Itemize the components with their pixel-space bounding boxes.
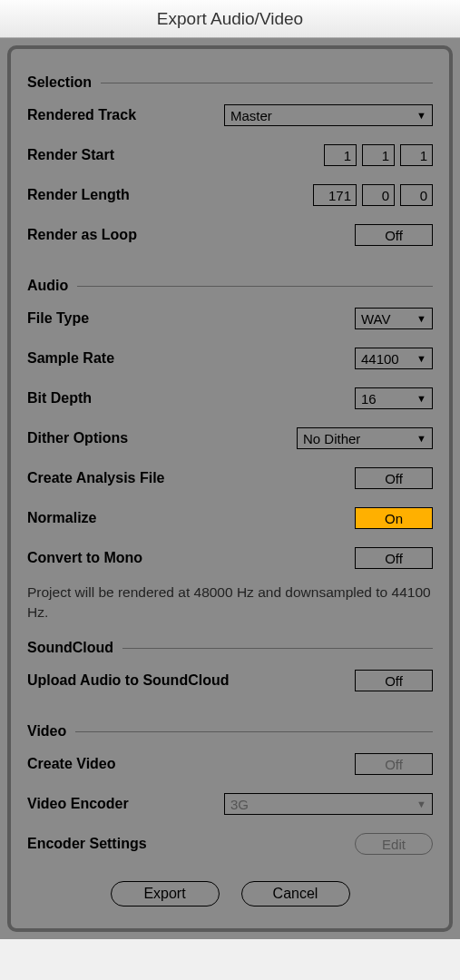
toggle-render-loop[interactable]: Off [355, 224, 433, 246]
section-title-selection: Selection [27, 74, 92, 91]
toggle-normalize[interactable]: On [355, 507, 433, 529]
row-mono: Convert to Mono Off [27, 546, 433, 570]
dropdown-bit-depth[interactable]: 16 ▼ [355, 387, 433, 409]
export-button[interactable]: Export [111, 881, 220, 906]
row-dither: Dither Options No Dither ▼ [27, 426, 433, 450]
dropdown-rendered-track-value: Master [230, 108, 411, 123]
dropdown-video-encoder-value: 3G [230, 797, 411, 812]
chevron-down-icon: ▼ [416, 353, 426, 364]
panel-outer: Selection Rendered Track Master ▼ Render… [0, 38, 460, 939]
divider [101, 83, 433, 83]
label-rendered-track: Rendered Track [27, 107, 136, 123]
section-title-video: Video [27, 723, 66, 740]
label-render-start: Render Start [27, 147, 114, 163]
row-bit-depth: Bit Depth 16 ▼ [27, 387, 433, 410]
chevron-down-icon: ▼ [416, 313, 426, 324]
dropdown-file-type[interactable]: WAV ▼ [355, 308, 433, 329]
dropdown-bit-depth-value: 16 [361, 391, 411, 407]
edit-encoder-button[interactable]: Edit [355, 833, 433, 855]
row-analysis-file: Create Analysis File Off [27, 466, 433, 490]
row-rendered-track: Rendered Track Master ▼ [27, 103, 433, 127]
chevron-down-icon: ▼ [416, 433, 426, 444]
label-analysis-file: Create Analysis File [27, 470, 164, 486]
row-render-start: Render Start 1 1 1 [27, 143, 433, 167]
label-upload-soundcloud: Upload Audio to SoundCloud [27, 672, 229, 689]
section-title-audio: Audio [27, 278, 68, 294]
dialog-footer: Export Cancel [27, 881, 433, 906]
section-header-selection: Selection [27, 74, 433, 91]
dialog-title: Export Audio/Video [157, 9, 303, 29]
label-dither: Dither Options [27, 430, 128, 446]
toggle-create-video[interactable]: Off [355, 753, 433, 775]
divider [75, 731, 433, 732]
toggle-analysis-file[interactable]: Off [355, 467, 433, 489]
section-header-video: Video [27, 723, 433, 740]
label-video-encoder: Video Encoder [27, 796, 129, 812]
divider [122, 648, 433, 649]
render-start-fields: 1 1 1 [324, 144, 433, 166]
audio-info-text: Project will be rendered at 48000 Hz and… [27, 583, 433, 622]
row-video-encoder: Video Encoder 3G ▼ [27, 792, 433, 816]
dropdown-rendered-track[interactable]: Master ▼ [224, 104, 433, 126]
label-render-length: Render Length [27, 187, 130, 203]
row-sample-rate: Sample Rate 44100 ▼ [27, 347, 433, 370]
render-start-beat[interactable]: 1 [362, 144, 395, 166]
section-header-audio: Audio [27, 278, 433, 294]
label-render-loop: Render as Loop [27, 227, 137, 243]
dropdown-dither-value: No Dither [303, 431, 411, 446]
dialog-titlebar: Export Audio/Video [0, 0, 460, 38]
chevron-down-icon: ▼ [416, 799, 426, 809]
dropdown-dither[interactable]: No Dither ▼ [297, 427, 433, 449]
render-length-sixteenth[interactable]: 0 [400, 184, 433, 206]
row-file-type: File Type WAV ▼ [27, 307, 433, 330]
toggle-mono[interactable]: Off [355, 547, 433, 569]
row-upload-soundcloud: Upload Audio to SoundCloud Off [27, 669, 433, 692]
label-sample-rate: Sample Rate [27, 350, 114, 367]
label-file-type: File Type [27, 310, 89, 327]
render-start-sixteenth[interactable]: 1 [400, 144, 433, 166]
row-render-length: Render Length 171 0 0 [27, 183, 433, 207]
label-normalize: Normalize [27, 510, 96, 526]
label-mono: Convert to Mono [27, 550, 142, 566]
dropdown-file-type-value: WAV [361, 311, 411, 327]
toggle-upload-soundcloud[interactable]: Off [355, 670, 433, 691]
row-normalize: Normalize On [27, 506, 433, 530]
dropdown-sample-rate[interactable]: 44100 ▼ [355, 348, 433, 369]
dropdown-video-encoder[interactable]: 3G ▼ [224, 793, 433, 815]
chevron-down-icon: ▼ [416, 393, 426, 404]
section-title-soundcloud: SoundCloud [27, 640, 113, 656]
chevron-down-icon: ▼ [416, 110, 426, 121]
divider [77, 286, 433, 287]
row-encoder-settings: Encoder Settings Edit [27, 832, 433, 856]
dropdown-sample-rate-value: 44100 [361, 351, 411, 367]
label-bit-depth: Bit Depth [27, 390, 92, 407]
render-length-fields: 171 0 0 [313, 184, 433, 206]
section-header-soundcloud: SoundCloud [27, 640, 433, 656]
label-encoder-settings: Encoder Settings [27, 836, 147, 852]
cancel-button[interactable]: Cancel [241, 881, 350, 906]
row-create-video: Create Video Off [27, 752, 433, 776]
render-length-beat[interactable]: 0 [362, 184, 395, 206]
render-length-bar[interactable]: 171 [313, 184, 357, 206]
export-dialog: Export Audio/Video Selection Rendered Tr… [0, 0, 460, 939]
render-start-bar[interactable]: 1 [324, 144, 357, 166]
label-create-video: Create Video [27, 756, 116, 772]
panel-inner: Selection Rendered Track Master ▼ Render… [7, 45, 453, 932]
row-render-loop: Render as Loop Off [27, 223, 433, 247]
